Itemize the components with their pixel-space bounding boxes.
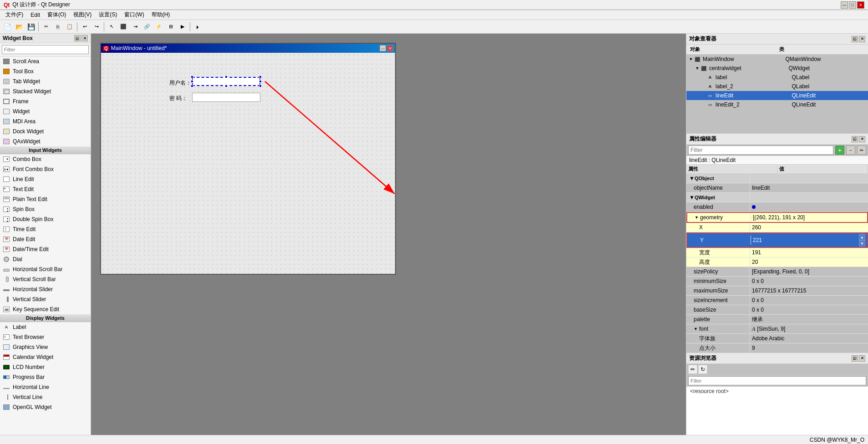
tree-label[interactable]: A label QLabel — [686, 73, 868, 82]
widget-item-vline[interactable]: Vertical Line — [0, 392, 91, 402]
handle-br[interactable] — [259, 85, 262, 87]
handle-bm[interactable] — [225, 85, 228, 87]
widget-box-filter-input[interactable] — [2, 45, 89, 54]
toolbar-paste[interactable]: 📋 — [64, 21, 75, 32]
toolbar-preview[interactable]: ▶ — [177, 21, 188, 32]
prop-group-qwidget[interactable]: ▼ QWidget — [686, 193, 868, 202]
widget-item-double-spin[interactable]: ▲▼ Double Spin Box — [0, 214, 91, 224]
prop-height[interactable]: 高度 20 — [686, 257, 868, 267]
prop-sizeincrement[interactable]: sizeIncrement 0 x 0 — [686, 296, 868, 305]
prop-editor-float[interactable]: ◱ — [852, 136, 858, 142]
prop-geometry[interactable]: ▼geometry [(260, 221), 191 x 20] — [686, 212, 868, 223]
prop-fontfamily[interactable]: 字体族 Adobe Arabic — [686, 334, 868, 343]
resource-browser-float[interactable]: ◱ — [852, 355, 858, 362]
widget-item-graphics-view[interactable]: Graphics View — [0, 342, 91, 352]
prop-basesize[interactable]: baseSize 0 x 0 — [686, 305, 868, 315]
widget-item-time-edit[interactable]: ⌚ Time Edit — [0, 224, 91, 234]
widget-item-text-edit[interactable]: ≡ Text Edit — [0, 184, 91, 194]
tree-mainwindow[interactable]: ▼ ⬛ MainWindow QMainWindow — [686, 55, 868, 64]
menu-settings[interactable]: 设置(S) — [95, 10, 121, 20]
widget-item-hline[interactable]: Horizontal Line — [0, 382, 91, 392]
toolbar-copy[interactable]: ⎘ — [52, 21, 63, 32]
resource-root-item[interactable]: <resource root> — [686, 387, 868, 396]
prop-filter-input[interactable] — [688, 146, 833, 155]
widget-item-vscroll[interactable]: Vertical Scroll Bar — [0, 274, 91, 284]
widget-item-scroll-area[interactable]: Scroll Area — [0, 56, 91, 66]
design-area[interactable]: Q MainWindow - untitled* — ✕ 用户名： — [91, 34, 686, 435]
toolbar-cut[interactable]: ✂ — [41, 21, 51, 32]
toolbar-run[interactable]: ⏵ — [192, 21, 203, 32]
mw-min-btn[interactable]: — — [380, 45, 386, 51]
toolbar-open[interactable]: 📂 — [14, 21, 25, 32]
prop-x[interactable]: X 260 — [686, 223, 868, 232]
prop-minus-btn[interactable]: − — [846, 146, 855, 155]
toolbar-select[interactable]: ↖ — [106, 21, 117, 32]
widget-item-spin[interactable]: ▲▼ Spin Box — [0, 204, 91, 214]
prop-minsize[interactable]: minimumSize 0 x 0 — [686, 277, 868, 286]
menu-file[interactable]: 文件(F) — [2, 10, 27, 20]
widget-item-label[interactable]: A Label — [0, 322, 91, 332]
handle-ml[interactable] — [191, 80, 193, 83]
widget-item-widget[interactable]: Widget — [0, 106, 91, 116]
toolbar-pointer[interactable]: ⬛ — [118, 21, 129, 32]
prop-editor-close[interactable]: ✕ — [859, 136, 865, 142]
y-up-btn[interactable]: ▲ — [859, 234, 865, 240]
menu-help[interactable]: 帮助(H) — [148, 10, 174, 20]
main-window-content[interactable]: 用户名： — [101, 53, 395, 274]
widget-item-vslider[interactable]: Vertical Slider — [0, 294, 91, 304]
widget-item-progress[interactable]: Progress Bar — [0, 372, 91, 382]
handle-bl[interactable] — [191, 85, 193, 87]
prop-enabled[interactable]: enabled — [686, 202, 868, 212]
widget-item-font-combo[interactable]: A▼ Font Combo Box — [0, 164, 91, 174]
prop-maxsize[interactable]: maximumSize 16777215 x 16777215 — [686, 286, 868, 296]
widget-item-combo[interactable]: ▼ Combo Box — [0, 154, 91, 164]
widget-item-calendar[interactable]: Calendar Widget — [0, 352, 91, 362]
widget-item-stacked[interactable]: Stacked Widget — [0, 86, 91, 96]
widget-item-text-browser[interactable]: ≡ Text Browser — [0, 332, 91, 342]
tree-centralwidget[interactable]: ▼ ⬛ centralwidget QWidget — [686, 64, 868, 73]
toolbar-buddies[interactable]: 🔗 — [142, 21, 152, 32]
prop-font[interactable]: ▼font A [SimSun, 9] — [686, 324, 868, 334]
menu-edit[interactable]: Edit — [27, 11, 44, 19]
toolbar-tab-order[interactable]: ⇥ — [130, 21, 141, 32]
widget-box-close[interactable]: ✕ — [81, 35, 88, 41]
prop-sizepolicy[interactable]: sizePolicy [Expanding, Fixed, 0, 0] — [686, 267, 868, 277]
widget-item-plain-text[interactable]: ≡≡≡ Plain Text Edit — [0, 194, 91, 204]
tree-lineedit[interactable]: ▭ lineEdit QLineEdit — [686, 91, 868, 100]
resource-browser-close[interactable]: ✕ — [859, 355, 865, 362]
prop-width[interactable]: 宽度 191 — [686, 248, 868, 257]
handle-tl[interactable] — [191, 76, 193, 78]
expand-centralwidget[interactable]: ▼ — [695, 66, 700, 71]
widget-item-key-seq[interactable]: ⌨ Key Sequence Edit — [0, 304, 91, 314]
widget-item-qaxwidget[interactable]: QAxWidget — [0, 136, 91, 146]
widget-item-datetime[interactable]: 📅 Date/Time Edit — [0, 244, 91, 254]
prop-add-btn[interactable]: + — [835, 146, 844, 155]
expand-mainwindow[interactable]: ▼ — [688, 57, 694, 61]
font-expand[interactable]: ▼ — [694, 327, 698, 331]
maximize-button[interactable]: □ — [849, 1, 856, 9]
widget-item-dock[interactable]: Dock Widget — [0, 126, 91, 136]
menu-view[interactable]: 视图(V) — [70, 10, 95, 20]
close-button[interactable]: ✕ — [857, 1, 864, 9]
tree-label2[interactable]: A label_2 QLabel — [686, 82, 868, 91]
resource-refresh-btn[interactable]: ↻ — [698, 365, 707, 374]
toolbar-save[interactable]: 💾 — [25, 21, 36, 32]
widget-item-opengl[interactable]: OpenGL Widget — [0, 402, 91, 412]
username-input-selected-container[interactable] — [192, 77, 260, 86]
main-window[interactable]: Q MainWindow - untitled* — ✕ 用户名： — [100, 43, 396, 275]
menu-form[interactable]: 窗体(O) — [44, 10, 70, 20]
prop-y-val[interactable]: 221 ▲ ▼ — [751, 233, 867, 247]
prop-fontsize[interactable]: 点大小 9 — [686, 343, 868, 353]
widget-item-tab-widget[interactable]: Tab Widget — [0, 76, 91, 86]
y-down-btn[interactable]: ▼ — [859, 240, 865, 247]
mw-close-btn[interactable]: ✕ — [387, 45, 393, 51]
password-input[interactable] — [192, 93, 260, 102]
minimize-button[interactable]: — — [841, 1, 848, 9]
toolbar-undo[interactable]: ↩ — [79, 21, 90, 32]
widget-item-date-edit[interactable]: 📅 Date Edit — [0, 234, 91, 244]
resource-filter-input[interactable] — [688, 376, 866, 385]
widget-item-frame[interactable]: Frame — [0, 96, 91, 106]
toolbar-new[interactable]: 📄 — [2, 21, 13, 32]
handle-tm[interactable] — [225, 76, 228, 78]
resource-pencil-btn[interactable]: ✏ — [688, 365, 697, 374]
